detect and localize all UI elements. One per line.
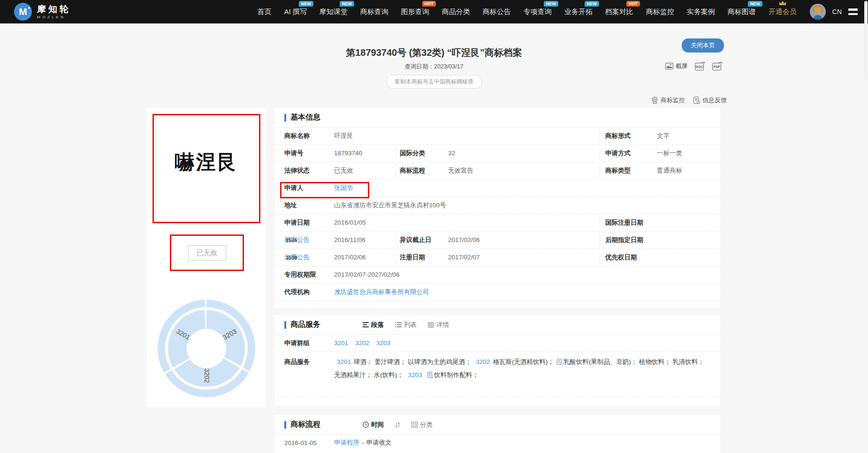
nav-items: 首页 NEWAI 撰写 NEW摩知课堂 商标查询 HOT图形查询 商品分类 商标…: [257, 8, 796, 16]
tab-time[interactable]: 时间: [363, 421, 384, 429]
crown-icon: [779, 0, 786, 6]
applicant-link[interactable]: 张国华: [334, 180, 353, 196]
tab-list[interactable]: 列表: [395, 321, 417, 329]
process-procedure-link[interactable]: 申请程序: [334, 438, 359, 447]
process-row: 2016-01-05 申请程序 - 申请收文: [275, 435, 720, 451]
goods-text: 3201啤酒； 姜汁啤酒； 以啤酒为主的鸡尾酒； 3202格瓦斯(无酒精饮料)；…: [334, 355, 706, 382]
row-application-groups: 申请群组 3201 3202 3203: [275, 335, 720, 351]
avatar-image: [810, 4, 826, 20]
group-link-3201[interactable]: 3201: [334, 335, 348, 351]
reg-notice-link[interactable]: 注册公告: [284, 249, 310, 266]
process-title: 商标流程: [284, 420, 320, 430]
process-date: 2016-01-05: [284, 439, 334, 446]
tab-detail[interactable]: 详情: [428, 321, 449, 329]
nav-item-image-search[interactable]: HOT图形查询: [401, 8, 429, 16]
section-accent-bar: [284, 114, 286, 121]
user-avatar[interactable]: [810, 4, 826, 20]
nav-item-file-compare[interactable]: HOT档案对比: [605, 8, 633, 16]
nav-item-tm-gazette[interactable]: 商标公告: [483, 8, 511, 16]
goods-services-title: 商品服务: [284, 320, 320, 330]
language-toggle[interactable]: CN: [832, 8, 842, 15]
brand-name: 摩知轮: [37, 5, 71, 14]
goods-services-section: 商品服务 段落 列表 详情 申请群组 3201 3202 3203 商品服务 3…: [275, 315, 720, 406]
row-agency: 代理机构 潍坊盛世合兴商标事务所有限公司: [275, 284, 720, 301]
row-application-no: 申请号 18793740 国际分类 32 申请方式 一标一类: [275, 145, 720, 162]
class-link[interactable]: 3202: [476, 358, 490, 365]
tab-category[interactable]: 分类: [411, 421, 433, 429]
group-link-3202[interactable]: 3202: [355, 335, 369, 351]
export-pdf-button[interactable]: PDF: [712, 61, 723, 70]
page-title: 第18793740号 (第32类) “吓涅艮”商标档案: [0, 46, 868, 59]
nav-item-trademark-search[interactable]: 商标查询: [360, 8, 388, 16]
row-application-date: 申请日期 2016/01/05 国际注册日期: [275, 214, 720, 232]
hamburger-menu-icon[interactable]: [848, 8, 858, 15]
new-badge: NEW: [340, 1, 354, 7]
class-link[interactable]: 3201: [337, 358, 351, 365]
top-navbar: M 摩知轮 MOZLEN 首页 NEWAI 撰写 NEW摩知课堂 商标查询 HO…: [0, 0, 868, 23]
agency-link[interactable]: 潍坊盛世合兴商标事务所有限公司: [334, 284, 429, 301]
trademark-process-section: 商标流程 时间 分类 2016-01-05 申请程序 - 申请收文: [275, 415, 720, 453]
sort-toggle[interactable]: [395, 422, 400, 428]
nav-item-goods-class[interactable]: 商品分类: [442, 8, 470, 16]
class-link[interactable]: 3203: [408, 371, 422, 378]
tab-paragraph[interactable]: 段落: [363, 321, 384, 329]
nav-item-ai-writing[interactable]: NEWAI 撰写: [284, 8, 306, 16]
row-goods-list: 商品服务 3201啤酒； 姜汁啤酒； 以啤酒为主的鸡尾酒； 3202格瓦斯(无酒…: [275, 351, 720, 397]
new-badge: NEW: [544, 1, 558, 7]
clock-icon: [363, 422, 369, 428]
pdf-file-icon: PDF: [712, 61, 723, 70]
row-address: 地址 山东省潍坊市安丘市景芝镇永贞村100号: [275, 197, 720, 214]
trademark-image-highlight-box: 嚇涅艮: [152, 114, 260, 223]
nav-item-business-dev[interactable]: NEW业务开拓: [564, 8, 593, 16]
brand-mark-icon: M: [14, 3, 32, 21]
trademark-image-text: 嚇涅艮: [175, 149, 238, 175]
table-icon: [428, 322, 434, 328]
page-tools: 商标监控 信息反馈: [651, 96, 727, 105]
feedback-link[interactable]: 信息反馈: [693, 96, 727, 105]
status-stamp: 已无效: [188, 245, 226, 261]
process-detail: 申请收文: [366, 438, 392, 447]
section-accent-bar: [284, 421, 286, 429]
svg-text:PDF: PDF: [714, 65, 721, 68]
status-highlight-box: 已无效: [170, 234, 244, 271]
annotation-icon[interactable]: [427, 372, 433, 378]
nav-item-tm-atlas[interactable]: NEW商标图谱: [728, 8, 756, 16]
section-accent-bar: [284, 321, 286, 329]
prelim-notice-link[interactable]: 初审公告: [284, 232, 310, 249]
query-date: 查询日期：2023/03/17: [0, 63, 868, 71]
nav-item-home[interactable]: 首页: [257, 8, 271, 16]
screenshot-button[interactable]: 截屏: [665, 62, 688, 70]
group-link-3203[interactable]: 3203: [376, 335, 390, 351]
basic-info-title: 基本信息: [284, 113, 320, 122]
row-exclusive-period: 专用权期限 2017/02/07-2027/02/06: [275, 266, 720, 284]
row-trademark-name: 商标名称 吓涅艮 商标形式 文字: [275, 128, 720, 145]
trademark-monitor-link[interactable]: 商标监控: [651, 96, 685, 105]
annotation-icon[interactable]: [557, 359, 563, 365]
nav-item-mozlen-class[interactable]: NEW摩知课堂: [320, 8, 348, 16]
new-badge: NEW: [748, 1, 762, 7]
close-page-button[interactable]: 关闭本页: [682, 38, 724, 53]
svg-text:DOC: DOC: [696, 65, 703, 68]
row-prelim-notice: 初审公告1526 2016/11/06 异议截止日 2017/02/06 后期指…: [275, 232, 720, 249]
nav-item-vip-membership[interactable]: 开通会员: [769, 8, 797, 16]
scrollbar[interactable]: [864, 1, 868, 81]
nav-item-practice-cases[interactable]: 实务案例: [687, 8, 715, 16]
doc-file-icon: DOC: [695, 61, 705, 70]
new-badge: NEW: [585, 1, 599, 7]
row-applicant: 申请人 张国华: [275, 180, 720, 197]
sort-arrows-icon: [395, 422, 400, 428]
trademark-panel: 嚇涅艮 已无效 3201 3203 3202: [147, 108, 266, 407]
nav-item-special-search[interactable]: NEW专项查询: [524, 8, 552, 16]
list-icon: [395, 322, 402, 327]
class-donut-chart[interactable]: 3201 3203 3202: [157, 299, 256, 398]
basic-info-section: 基本信息 商标名称 吓涅艮 商标形式 文字 申请号 18793740 国际分类 …: [275, 108, 720, 308]
brand-logo[interactable]: M 摩知轮 MOZLEN: [14, 3, 71, 21]
export-actions: 截屏 DOC PDF: [665, 61, 723, 70]
category-grid-icon: [411, 422, 418, 428]
nav-item-tm-monitor[interactable]: 商标监控: [646, 8, 674, 16]
trademark-image[interactable]: 嚇涅艮: [155, 117, 258, 220]
donut-label-3202: 3202: [203, 368, 211, 383]
row-reg-notice: 注册公告1538 2017/02/06 注册日期 2017/02/07 优先权日…: [275, 249, 720, 266]
copy-check-button[interactable]: 复制本商标号去中国商标网核查: [386, 75, 482, 89]
export-doc-button[interactable]: DOC: [695, 61, 705, 70]
